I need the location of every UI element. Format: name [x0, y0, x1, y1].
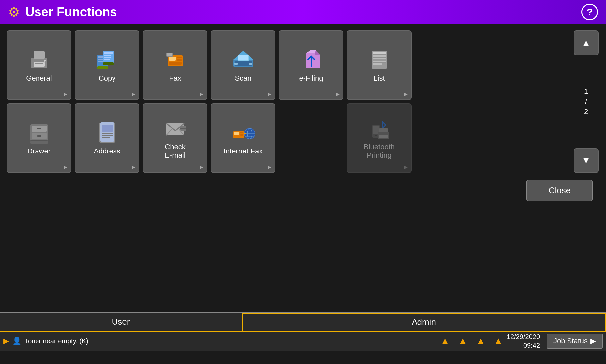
grid-item-scan[interactable]: Scan ▶ [211, 30, 275, 100]
svg-rect-59 [180, 126, 186, 131]
svg-rect-38 [373, 58, 386, 59]
status-bar: ▶ 👤 Toner near empty. (K) ▲ ▲ ▲ ▲ 12/29/… [0, 332, 606, 351]
tab-user[interactable]: User [0, 313, 242, 332]
svg-rect-30 [249, 63, 252, 65]
function-grid: General ▶ Copy [7, 30, 569, 173]
header: ⚙ User Functions ? [0, 0, 606, 24]
bluetooth-icon [368, 117, 391, 140]
svg-rect-39 [373, 61, 386, 62]
page-title: User Functions [25, 5, 117, 19]
svg-rect-52 [102, 125, 113, 132]
tab-admin-label: Admin [412, 317, 436, 327]
fax-label: Fax [169, 74, 181, 83]
drawer-label: Drawer [27, 147, 51, 155]
scroll-up-button[interactable]: ▲ [574, 30, 599, 55]
svg-rect-3 [35, 63, 43, 64]
svg-rect-19 [177, 57, 182, 58]
svg-rect-13 [104, 57, 111, 58]
efiling-arrow: ▶ [336, 91, 340, 97]
svg-rect-76 [379, 128, 388, 132]
svg-rect-51 [30, 141, 48, 144]
grid-item-checkemail[interactable]: CheckE-mail ▶ [143, 103, 207, 173]
list-arrow: ▶ [404, 91, 408, 97]
svg-rect-16 [103, 62, 114, 65]
fax-arrow: ▶ [200, 91, 203, 97]
gear-icon: ⚙ [8, 4, 20, 20]
copy-icon [96, 48, 119, 71]
close-button[interactable]: Close [526, 180, 593, 201]
svg-rect-29 [234, 63, 238, 65]
svg-rect-63 [234, 132, 239, 135]
svg-rect-64 [240, 132, 243, 133]
job-status-button[interactable]: Job Status ▶ [547, 334, 603, 349]
bluetooth-arrow: ▶ [404, 164, 408, 170]
svg-rect-49 [37, 135, 41, 137]
address-arrow: ▶ [132, 164, 135, 170]
scroll-down-button[interactable]: ▼ [574, 148, 599, 173]
arrow-up-1: ▲ [440, 335, 450, 347]
status-arrows: ▲ ▲ ▲ ▲ [440, 335, 503, 347]
svg-rect-65 [240, 134, 243, 136]
checkemail-arrow: ▶ [200, 164, 203, 170]
grid-item-efiling[interactable]: e-Filing ▶ [279, 30, 343, 100]
list-label: List [373, 74, 385, 83]
date: 12/29/2020 [507, 333, 540, 340]
svg-rect-28 [238, 55, 248, 60]
help-button[interactable]: ? [581, 4, 598, 20]
grid-item-internetfax[interactable]: Internet Fax ▶ [211, 103, 275, 173]
svg-rect-48 [37, 128, 41, 129]
play-icon: ▶ [3, 337, 9, 345]
svg-rect-18 [169, 57, 176, 61]
svg-rect-14 [104, 59, 110, 60]
grid-item-bluetooth[interactable]: BluetoothPrinting ▶ [347, 103, 412, 173]
svg-rect-15 [97, 66, 108, 69]
arrow-up-4: ▲ [493, 335, 503, 347]
svg-rect-40 [373, 63, 382, 65]
printer-gray-icon [28, 48, 51, 71]
svg-rect-1 [34, 51, 45, 59]
general-arrow: ▶ [64, 91, 67, 97]
internetfax-label: Internet Fax [224, 147, 263, 155]
svg-rect-20 [177, 59, 182, 61]
grid-item-copy[interactable]: Copy ▶ [75, 30, 139, 100]
svg-rect-37 [373, 55, 386, 57]
checkemail-label: CheckE-mail [165, 143, 185, 159]
bottom-tabs: User Admin [0, 312, 606, 332]
main-area: General ▶ Copy [0, 24, 606, 312]
address-label: Address [94, 147, 120, 155]
close-area: Close [7, 176, 599, 205]
tab-admin[interactable]: Admin [242, 313, 606, 332]
person-icon: 👤 [12, 337, 21, 345]
grid-item-fax[interactable]: Fax ▶ [143, 30, 207, 100]
scan-arrow: ▶ [268, 91, 271, 97]
toner-message: Toner near empty. (K) [25, 337, 437, 345]
svg-rect-21 [169, 62, 182, 65]
header-left: ⚙ User Functions [8, 4, 117, 20]
grid-container: General ▶ Copy [7, 30, 599, 173]
scan-label: Scan [235, 74, 251, 83]
drawer-arrow: ▶ [64, 164, 67, 170]
grid-item-empty [279, 103, 343, 173]
copy-arrow: ▶ [132, 91, 135, 97]
time: 09:42 [523, 342, 540, 349]
email-icon [164, 117, 187, 140]
grid-item-address[interactable]: Address ▶ [75, 103, 139, 173]
svg-rect-36 [373, 52, 386, 54]
job-status-label: Job Status [553, 337, 588, 345]
copy-label: Copy [99, 74, 115, 83]
scroll-panel: ▲ 1 / 2 ▼ [573, 30, 599, 173]
internetfax-icon [232, 121, 255, 144]
svg-rect-12 [104, 55, 111, 56]
grid-item-list[interactable]: List ▶ [347, 30, 412, 100]
arrow-up-3: ▲ [476, 335, 486, 347]
svg-rect-23 [167, 53, 172, 56]
bluetooth-label: BluetoothPrinting [364, 143, 395, 159]
datetime: 12/29/2020 09:42 [507, 333, 540, 350]
svg-rect-11 [104, 52, 113, 54]
svg-rect-2 [34, 62, 45, 67]
efiling-label: e-Filing [299, 74, 323, 83]
internetfax-arrow: ▶ [268, 164, 271, 170]
grid-item-drawer[interactable]: Drawer ▶ [7, 103, 71, 173]
grid-item-general[interactable]: General ▶ [7, 30, 71, 100]
page-indicator: 1 / 2 [584, 87, 588, 117]
